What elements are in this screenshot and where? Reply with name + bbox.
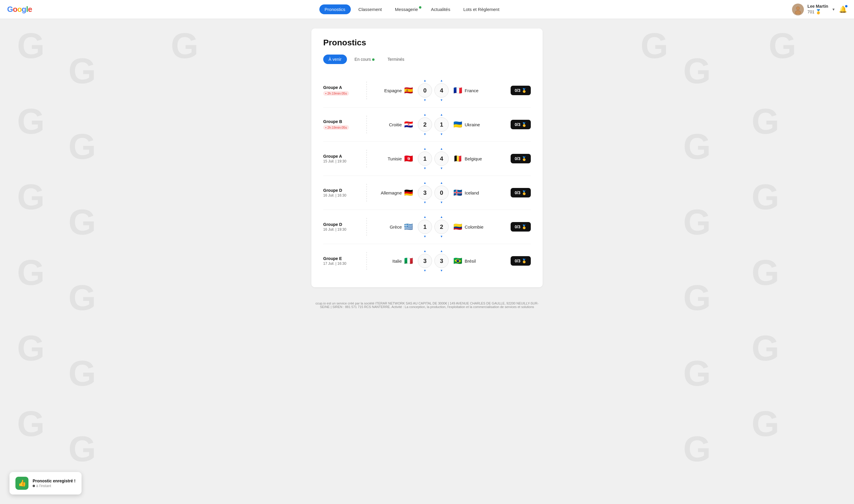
score-home-down[interactable]: ▼ xyxy=(422,167,428,170)
flag-home: 🇬🇷 xyxy=(404,223,413,231)
bell-badge xyxy=(845,5,848,7)
divider xyxy=(367,82,367,99)
match-group: Groupe D16 Juil. | 16:30 xyxy=(323,188,362,197)
time-badge: • 2h:19min:05s xyxy=(323,125,349,130)
score-away-up[interactable]: ▲ xyxy=(439,181,444,185)
divider xyxy=(367,218,367,236)
score-away-down[interactable]: ▼ xyxy=(439,201,444,204)
nav-item-actualités[interactable]: Actualités xyxy=(426,4,456,14)
team-home: Grèce🇬🇷 xyxy=(372,223,413,231)
score-home[interactable]: 3 xyxy=(418,254,432,268)
divider xyxy=(367,115,367,133)
flag-home: 🇪🇸 xyxy=(404,86,413,94)
score-home[interactable]: 2 xyxy=(418,118,432,132)
flag-home: 🇩🇪 xyxy=(404,188,413,197)
score-away-down[interactable]: ▼ xyxy=(439,269,444,272)
coin-icon: 🥇 xyxy=(816,9,821,15)
team-home: Allemagne🇩🇪 xyxy=(372,188,413,197)
score-home-up[interactable]: ▲ xyxy=(422,249,428,253)
team-away-name: France xyxy=(465,88,479,93)
score-block: ▲ 3 ▼ ▲ 3 ▼ xyxy=(418,249,449,272)
reward-badge: 0/3 🥇 xyxy=(511,256,531,266)
score-home-up[interactable]: ▲ xyxy=(422,79,428,83)
score-away-up[interactable]: ▲ xyxy=(439,215,444,219)
reward-badge: 0/3 🥇 xyxy=(511,222,531,232)
score-away-up[interactable]: ▲ xyxy=(439,79,444,83)
group-name: Groupe A xyxy=(323,85,362,90)
score-away-up[interactable]: ▲ xyxy=(439,147,444,150)
score-home-up[interactable]: ▲ xyxy=(422,181,428,185)
toast-icon: 👍 xyxy=(15,477,29,490)
nav-item-lots-et-règlement[interactable]: Lots et Règlement xyxy=(458,4,505,14)
tab-live-dot xyxy=(372,58,374,61)
user-points: 701 🥇 xyxy=(807,9,828,15)
toast: 👍 Pronostic enregistré ! à l'instant xyxy=(10,472,82,494)
nav-item-pronostics[interactable]: Pronostics xyxy=(319,4,351,14)
score-away-wrap: ▲ 4 ▼ xyxy=(434,147,449,170)
score-away[interactable]: 2 xyxy=(434,220,449,234)
score-away[interactable]: 1 xyxy=(434,118,449,132)
content-card: Pronostics À venirEn coursTerminés Group… xyxy=(312,29,542,287)
score-away-up[interactable]: ▲ xyxy=(439,113,444,116)
team-away-name: Belgique xyxy=(465,156,482,161)
score-home-up[interactable]: ▲ xyxy=(422,113,428,116)
svg-point-2 xyxy=(797,7,799,10)
toast-content: Pronostic enregistré ! à l'instant xyxy=(33,479,76,488)
score-home-up[interactable]: ▲ xyxy=(422,147,428,150)
score-away-wrap: ▲ 4 ▼ xyxy=(434,79,449,102)
score-home[interactable]: 0 xyxy=(418,83,432,97)
score-home-down[interactable]: ▼ xyxy=(422,269,428,272)
score-away[interactable]: 4 xyxy=(434,83,449,97)
score-away-down[interactable]: ▼ xyxy=(439,132,444,136)
matches-list: Groupe A• 2h:19min:05sEspagne🇪🇸 ▲ 0 ▼ ▲ … xyxy=(323,73,531,278)
main-wrapper: Pronostics À venirEn coursTerminés Group… xyxy=(0,19,854,297)
team-home-name: Tunisie xyxy=(388,156,402,161)
score-home[interactable]: 3 xyxy=(418,185,432,200)
group-name: Groupe D xyxy=(323,222,362,227)
score-home-up[interactable]: ▲ xyxy=(422,215,428,219)
score-home[interactable]: 1 xyxy=(418,220,432,234)
nav-item-classement[interactable]: Classement xyxy=(353,4,387,14)
score-home-wrap: ▲ 3 ▼ xyxy=(418,181,432,204)
score-away-down[interactable]: ▼ xyxy=(439,98,444,102)
match-row: Groupe E17 Juil. | 16:30Italie🇮🇹 ▲ 3 ▼ ▲… xyxy=(323,244,531,278)
score-away-down[interactable]: ▼ xyxy=(439,167,444,170)
dropdown-arrow-icon[interactable]: ▼ xyxy=(832,7,835,12)
score-home-down[interactable]: ▼ xyxy=(422,201,428,204)
score-home-down[interactable]: ▼ xyxy=(422,98,428,102)
score-home-wrap: ▲ 1 ▼ xyxy=(418,215,432,238)
match-group: Groupe A• 2h:19min:05s xyxy=(323,85,362,96)
team-home: Croitie🇭🇷 xyxy=(372,120,413,129)
score-away-wrap: ▲ 0 ▼ xyxy=(434,181,449,204)
toast-subtitle: à l'instant xyxy=(33,484,76,488)
team-away: 🇺🇦Ukraine xyxy=(453,120,495,129)
group-date: 16 Juil. | 16:30 xyxy=(323,193,362,197)
score-away-up[interactable]: ▲ xyxy=(439,249,444,253)
team-home: Espagne🇪🇸 xyxy=(372,86,413,94)
tab-terminés[interactable]: Terminés xyxy=(382,55,410,64)
user-info: Lee Martin 701 🥇 xyxy=(807,3,828,15)
score-away[interactable]: 3 xyxy=(434,254,449,268)
score-home[interactable]: 1 xyxy=(418,151,432,166)
points-value: 701 xyxy=(807,9,814,15)
score-away[interactable]: 4 xyxy=(434,151,449,166)
tab-à-venir[interactable]: À venir xyxy=(323,55,347,64)
score-away[interactable]: 0 xyxy=(434,185,449,200)
reward-badge: 0/3 🥇 xyxy=(511,86,531,95)
match-row: Groupe D16 Juil. | 16:30Allemagne🇩🇪 ▲ 3 … xyxy=(323,176,531,210)
logo-letter-g2: g xyxy=(22,5,26,14)
group-name: Groupe E xyxy=(323,256,362,261)
match-group: Groupe B• 2h:19min:05s xyxy=(323,119,362,130)
team-away-name: Colombie xyxy=(465,224,483,230)
match-row: Groupe D16 Juil. | 19:30Grèce🇬🇷 ▲ 1 ▼ ▲ … xyxy=(323,210,531,244)
score-home-down[interactable]: ▼ xyxy=(422,235,428,238)
team-away: 🇧🇪Belgique xyxy=(453,155,495,163)
nav-dot xyxy=(419,6,421,8)
tab-en-cours[interactable]: En cours xyxy=(349,55,380,64)
team-home-name: Grèce xyxy=(390,224,402,230)
score-home-down[interactable]: ▼ xyxy=(422,132,428,136)
nav-item-messagerie[interactable]: Messagerie xyxy=(390,4,424,14)
divider xyxy=(367,252,367,270)
score-away-down[interactable]: ▼ xyxy=(439,235,444,238)
logo-letter-e: e xyxy=(28,5,32,14)
